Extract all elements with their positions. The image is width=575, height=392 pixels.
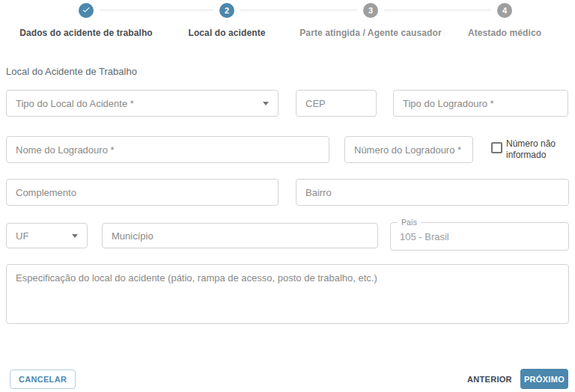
numero-nao-informado-label[interactable]: Número não informado <box>506 138 568 161</box>
proximo-button[interactable]: PRÓXIMO <box>520 369 568 389</box>
pais-label: País <box>398 218 421 227</box>
complemento-input[interactable] <box>6 179 279 206</box>
step-3-circle: 3 <box>363 3 378 18</box>
step-3-label: Parte atingida / Agente causador <box>296 28 445 38</box>
uf-select[interactable]: UF <box>6 223 88 248</box>
anterior-button[interactable]: ANTERIOR <box>461 370 518 389</box>
step-4-number: 4 <box>502 6 507 15</box>
step-2-circle: 2 <box>219 3 234 18</box>
step-2-label: Local do acidente <box>152 28 302 38</box>
bairro-input[interactable] <box>296 179 569 206</box>
especificacao-textarea[interactable] <box>6 264 569 324</box>
step-parte-atingida[interactable]: 3 Parte atingida / Agente causador <box>296 3 445 38</box>
step-4-circle: 4 <box>497 3 512 18</box>
step-1-label: Dados do acidente de trabalho <box>11 28 161 38</box>
section-title: Local do Acidente de Trabalho <box>6 66 137 77</box>
tipo-local-acidente-select[interactable]: Tipo do Local do Acidente * <box>6 90 279 117</box>
numero-nao-informado-checkbox[interactable] <box>491 142 502 153</box>
cep-input[interactable] <box>296 90 377 117</box>
chevron-down-icon <box>263 102 269 105</box>
pais-field: País 105 - Brasil <box>390 222 569 251</box>
tipo-local-acidente-placeholder: Tipo do Local do Acidente * <box>16 98 134 109</box>
step-2-number: 2 <box>225 6 229 15</box>
step-4-label: Atestado médico <box>430 28 575 38</box>
step-atestado-medico[interactable]: 4 Atestado médico <box>430 3 575 38</box>
numero-logradouro-input[interactable] <box>344 136 473 163</box>
tipo-logradouro-input[interactable] <box>393 90 568 117</box>
uf-placeholder: UF <box>16 230 28 242</box>
pais-value: 105 - Brasil <box>400 231 449 242</box>
chevron-down-icon <box>72 234 78 238</box>
check-icon <box>82 5 91 16</box>
step-dados-acidente[interactable]: Dados do acidente de trabalho <box>11 3 161 38</box>
page: Dados do acidente de trabalho 2 Local do… <box>0 0 575 392</box>
step-1-circle <box>79 3 94 18</box>
nome-logradouro-input[interactable] <box>6 136 329 163</box>
step-local-acidente[interactable]: 2 Local do acidente <box>152 3 302 38</box>
step-3-number: 3 <box>368 6 373 15</box>
municipio-input[interactable] <box>102 223 378 248</box>
cancelar-button[interactable]: CANCELAR <box>10 370 76 389</box>
